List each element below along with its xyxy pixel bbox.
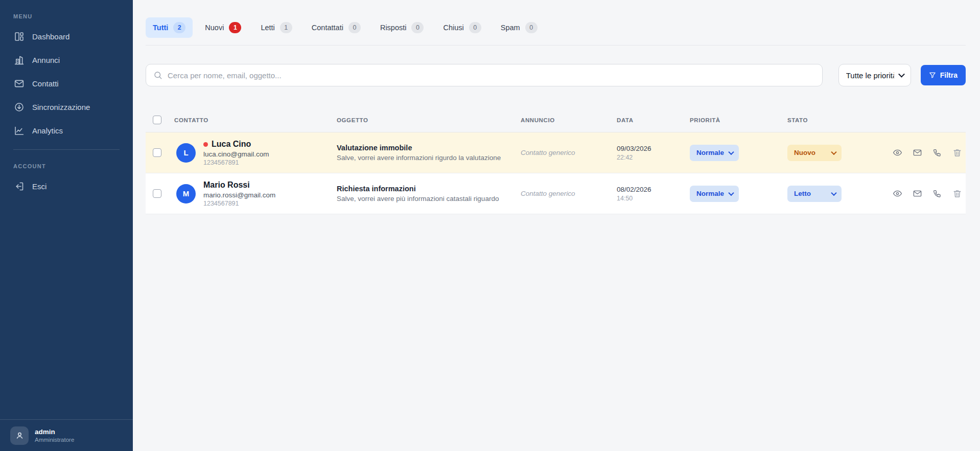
contact-name: Mario Rossi [203, 180, 275, 190]
sidebar-item-icon [13, 101, 25, 112]
priority-cell: Normale [690, 186, 787, 202]
trash-icon [952, 148, 962, 157]
tab-count-badge: 1 [229, 22, 241, 33]
mail-icon [913, 148, 922, 157]
sidebar-item-analytics[interactable]: Analytics [0, 119, 133, 142]
annuncio-cell: Contatto generico [521, 149, 617, 156]
row-checkbox[interactable] [153, 189, 161, 198]
search-icon [153, 71, 162, 80]
tab-count-badge: 0 [525, 22, 538, 33]
tab-count-badge: 1 [280, 22, 292, 33]
col-contatto: Contatto [174, 117, 337, 123]
tab-count-badge: 0 [469, 22, 481, 33]
priority-filter-select[interactable]: Tutte le priorità [838, 64, 911, 86]
contact-name: Luca Cino [203, 139, 269, 149]
row-checkbox[interactable] [153, 148, 161, 157]
call-button[interactable] [929, 186, 945, 201]
phone-icon [932, 148, 942, 157]
email-button[interactable] [909, 186, 925, 201]
contact-phone: 1234567891 [203, 159, 269, 166]
col-data: Data [617, 117, 690, 123]
time-value: 14:50 [617, 195, 690, 202]
subject-cell: Valutazione immobile Salve, vorrei avere… [337, 144, 521, 162]
tab-count-badge: 2 [173, 22, 185, 33]
tab-spam[interactable]: Spam 0 [494, 17, 545, 38]
filter-button[interactable]: Filtra [921, 65, 966, 85]
delete-button[interactable] [949, 186, 965, 201]
trash-icon [952, 189, 962, 198]
call-button[interactable] [929, 145, 945, 161]
sidebar-menu-label: MENU [13, 13, 133, 19]
tab-tutti[interactable]: Tutti 2 [146, 17, 193, 38]
status-cell: Letto [787, 186, 890, 202]
status-select[interactable]: Letto [787, 186, 842, 202]
contact-info: Luca Cino luca.cino@gmail.com 1234567891 [203, 139, 269, 166]
view-button[interactable] [890, 186, 905, 201]
sidebar-item-sincronizzazione[interactable]: Sincronizzazione [0, 95, 133, 119]
delete-button[interactable] [949, 145, 965, 161]
date-cell: 09/03/2026 22:42 [617, 145, 690, 161]
contact-phone: 1234567891 [203, 200, 275, 207]
subject-cell: Richiesta informazioni Salve, vorrei ave… [337, 185, 521, 202]
col-oggetto: Oggetto [337, 117, 521, 123]
search-input[interactable] [168, 71, 815, 80]
status-select[interactable]: Nuovo [787, 145, 842, 161]
contact-cell: L Luca Cino luca.cino@gmail.com 12345678… [174, 139, 337, 166]
sidebar-account-label: ACCOUNT [13, 163, 133, 169]
sidebar-item-label: Esci [32, 182, 46, 191]
priority-select-wrap: Normale [690, 145, 739, 161]
priority-cell: Normale [690, 145, 787, 161]
filter-button-label: Filtra [940, 71, 958, 79]
priority-select[interactable]: Normale [690, 186, 739, 202]
tab-label: Spam [501, 24, 520, 32]
sidebar: MENU Dashboard Annunci Contatti Sincroni… [0, 0, 133, 451]
sidebar-item-icon [13, 31, 25, 42]
tab-bar: Tutti 2 Nuovi 1 Letti 1 Contattati 0 Ris… [146, 0, 966, 46]
tab-label: Letti [261, 24, 274, 32]
tab-chiusi[interactable]: Chiusi 0 [436, 17, 488, 38]
tab-label: Contattati [312, 24, 343, 32]
sidebar-item-label: Dashboard [32, 32, 69, 41]
user-name: admin [35, 428, 74, 437]
sidebar-item-contatti[interactable]: Contatti [0, 72, 133, 95]
date-value: 09/03/2026 [617, 145, 690, 152]
sidebar-item-dashboard[interactable]: Dashboard [0, 25, 133, 48]
sidebar-user-panel[interactable]: admin Amministratore [0, 419, 133, 451]
actions-cell [890, 186, 970, 201]
sidebar-item-icon [13, 54, 25, 65]
sidebar-item-label: Contatti [32, 79, 59, 88]
funnel-icon [929, 72, 936, 79]
priority-select[interactable]: Normale [690, 145, 739, 161]
contact-email: luca.cino@gmail.com [203, 150, 269, 158]
sidebar-item-annunci[interactable]: Annunci [0, 48, 133, 72]
table-row: M Mario Rossi mario.rossi@gmail.com 1234… [146, 173, 966, 214]
sidebar-item-esci[interactable]: Esci [0, 174, 133, 198]
user-role: Amministratore [35, 437, 74, 443]
tab-risposti[interactable]: Risposti 0 [373, 17, 431, 38]
sidebar-item-label: Annunci [32, 56, 60, 64]
priority-select-wrap: Normale [690, 186, 739, 202]
main-content: Tutti 2 Nuovi 1 Letti 1 Contattati 0 Ris… [133, 0, 980, 451]
tab-label: Nuovi [205, 24, 224, 32]
table-header: Contatto Oggetto Annuncio Data Priorità … [146, 108, 966, 132]
contacts-table: Contatto Oggetto Annuncio Data Priorità … [146, 108, 966, 214]
eye-icon [893, 189, 902, 198]
tab-count-badge: 0 [348, 22, 361, 33]
eye-icon [893, 148, 902, 157]
sidebar-item-icon [13, 125, 25, 136]
priority-filter-wrap: Tutte le priorità [838, 64, 911, 86]
tab-letti[interactable]: Letti 1 [253, 17, 299, 38]
email-button[interactable] [909, 145, 925, 161]
toolbar: Tutte le priorità Filtra [146, 64, 966, 86]
view-button[interactable] [890, 145, 905, 161]
table-body: L Luca Cino luca.cino@gmail.com 12345678… [146, 132, 966, 214]
tab-nuovi[interactable]: Nuovi 1 [198, 17, 248, 38]
select-all-checkbox[interactable] [153, 116, 161, 124]
tab-contattati[interactable]: Contattati 0 [305, 17, 368, 38]
date-value: 08/02/2026 [617, 186, 690, 193]
col-annuncio: Annuncio [521, 117, 617, 123]
avatar: M [176, 184, 196, 204]
header-checkbox-cell [146, 116, 174, 124]
sidebar-item-label: Sincronizzazione [32, 103, 90, 111]
subject-preview: Salve, vorrei avere più informazioni cat… [337, 195, 521, 202]
